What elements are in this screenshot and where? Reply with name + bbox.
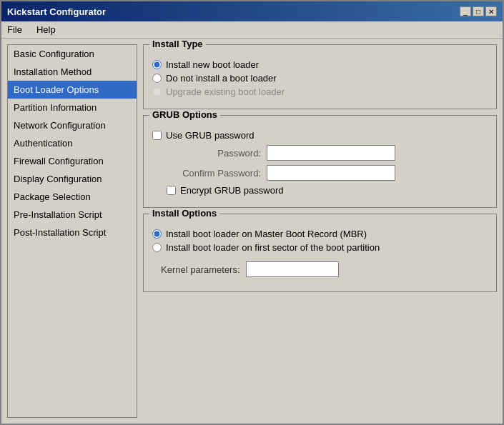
install-upgrade-radio (152, 87, 162, 96)
install-options-title: Install Options (149, 208, 219, 219)
install-mbr-label: Install boot loader on Master Boot Recor… (166, 229, 367, 239)
use-password-row: Use GRUB password (152, 130, 488, 141)
install-options-group: Install Options Install boot loader on M… (143, 214, 497, 292)
sidebar-item-2[interactable]: Boot Loader Options (8, 81, 137, 99)
install-type-title: Install Type (149, 39, 206, 49)
install-sector-label: Install boot loader on first sector of t… (166, 242, 380, 253)
menu-bar: File Help (1, 21, 503, 39)
password-label: Password: (167, 148, 267, 159)
install-type-new-row: Install new boot loader (152, 59, 488, 70)
maximize-button[interactable]: □ (473, 6, 484, 16)
install-new-radio[interactable] (152, 60, 162, 69)
content-area: Basic ConfigurationInstallation MethodBo… (1, 39, 503, 424)
kernel-input[interactable] (246, 261, 339, 277)
password-input[interactable] (267, 145, 395, 161)
minimize-button[interactable]: _ (460, 6, 471, 16)
grub-options-group: GRUB Options Use GRUB password Password:… (143, 115, 497, 208)
sidebar-item-8[interactable]: Package Selection (8, 188, 137, 206)
confirm-password-input[interactable] (267, 165, 395, 181)
install-new-label: Install new boot loader (166, 59, 259, 70)
install-sector-radio[interactable] (152, 243, 162, 252)
window-title: Kickstart Configurator (7, 6, 106, 17)
confirm-password-label: Confirm Password: (167, 168, 267, 179)
title-bar: Kickstart Configurator _ □ ✕ (1, 1, 503, 21)
install-mbr-row: Install boot loader on Master Boot Recor… (152, 229, 488, 239)
sidebar: Basic ConfigurationInstallation MethodBo… (7, 44, 137, 418)
main-window: Kickstart Configurator _ □ ✕ File Help B… (0, 0, 504, 425)
sidebar-item-6[interactable]: Firewall Configuration (8, 152, 137, 170)
use-grub-password-checkbox[interactable] (152, 131, 162, 140)
install-sector-row: Install boot loader on first sector of t… (152, 242, 488, 253)
file-menu[interactable]: File (1, 23, 28, 36)
install-mbr-radio[interactable] (152, 229, 162, 239)
kernel-row: Kernel parameters: (152, 256, 488, 283)
password-row: Password: (152, 145, 488, 161)
grub-options-title: GRUB Options (149, 109, 220, 120)
encrypt-grub-checkbox[interactable] (167, 186, 176, 195)
install-type-upgrade-row: Upgrade existing boot loader (152, 86, 488, 97)
sidebar-item-9[interactable]: Pre-Installation Script (8, 206, 137, 224)
use-grub-password-label: Use GRUB password (166, 130, 255, 141)
sidebar-item-4[interactable]: Network Configuration (8, 116, 137, 134)
close-button[interactable]: ✕ (485, 6, 497, 16)
install-type-none-row: Do not install a boot loader (152, 73, 488, 84)
sidebar-item-3[interactable]: Partition Information (8, 99, 137, 116)
sidebar-item-5[interactable]: Authentication (8, 134, 137, 152)
sidebar-item-7[interactable]: Display Configuration (8, 170, 137, 188)
main-panel: Install Type Install new boot loader Do … (143, 44, 497, 418)
install-upgrade-label: Upgrade existing boot loader (166, 86, 285, 97)
sidebar-item-0[interactable]: Basic Configuration (8, 45, 137, 63)
install-none-label: Do not install a boot loader (166, 73, 277, 84)
encrypt-grub-label: Encrypt GRUB password (180, 185, 284, 196)
window-controls: _ □ ✕ (460, 6, 497, 16)
kernel-label: Kernel parameters: (161, 264, 240, 275)
sidebar-item-10[interactable]: Post-Installation Script (8, 224, 137, 241)
install-none-radio[interactable] (152, 74, 162, 83)
encrypt-row: Encrypt GRUB password (152, 185, 488, 196)
install-type-group: Install Type Install new boot loader Do … (143, 44, 497, 109)
help-menu[interactable]: Help (31, 23, 61, 36)
sidebar-item-1[interactable]: Installation Method (8, 63, 137, 81)
confirm-password-row: Confirm Password: (152, 165, 488, 181)
